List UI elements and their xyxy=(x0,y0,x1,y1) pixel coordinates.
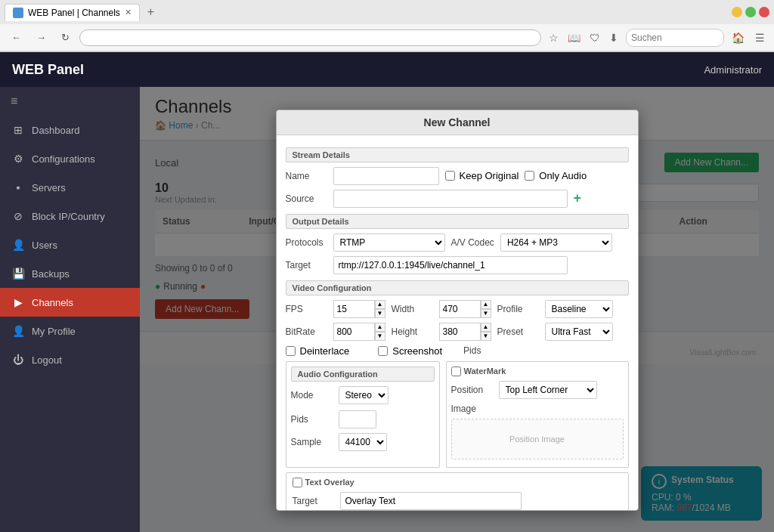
av-codec-select[interactable]: H264 + MP3 xyxy=(500,234,612,252)
fps-row: FPS ▲ ▼ Width ▲ xyxy=(286,300,629,318)
window-close-button[interactable] xyxy=(759,7,769,17)
modal-title: New Channel xyxy=(277,110,638,135)
browser-search-input[interactable] xyxy=(626,29,724,47)
sidebar-toggle-button[interactable]: ≡ xyxy=(0,87,140,116)
bitrate-down-button[interactable]: ▼ xyxy=(375,332,385,341)
name-input[interactable] xyxy=(333,167,439,185)
window-minimize-button[interactable] xyxy=(732,7,742,17)
bitrate-row: BitRate ▲ ▼ Height ▲ xyxy=(286,323,629,341)
my-profile-icon: 👤 xyxy=(12,325,24,337)
backups-icon: 💾 xyxy=(12,268,24,280)
sidebar-item-dashboard[interactable]: ⊞ Dashboard xyxy=(0,116,140,144)
back-button[interactable]: ← xyxy=(6,29,26,46)
deinterlace-checkbox[interactable] xyxy=(286,346,296,356)
wm-position-select[interactable]: Top Left Corner xyxy=(499,381,597,399)
protocols-select[interactable]: RTMP xyxy=(333,234,445,252)
fps-input[interactable] xyxy=(333,300,375,318)
wm-position-row: Position Top Left Corner xyxy=(451,381,624,399)
screenshot-checkbox[interactable] xyxy=(378,346,388,356)
sample-label: Sample xyxy=(291,437,333,447)
sidebar-item-label: Block IP/Country xyxy=(32,211,105,222)
audio-pids-input[interactable] xyxy=(339,410,376,428)
width-up-button[interactable]: ▲ xyxy=(481,300,491,309)
tab-favicon xyxy=(13,8,23,18)
shield-icon[interactable]: 🛡 xyxy=(587,30,603,45)
deinterlace-label: Deinterlace xyxy=(286,345,350,357)
keep-original-checkbox[interactable] xyxy=(445,171,455,181)
height-label: Height xyxy=(392,326,433,337)
height-up-button[interactable]: ▲ xyxy=(481,323,491,332)
wm-position-label: Position xyxy=(451,385,493,395)
add-source-button[interactable]: + xyxy=(574,190,582,206)
fps-down-button[interactable]: ▼ xyxy=(375,309,385,318)
sidebar-item-logout[interactable]: ⏻ Logout xyxy=(0,345,140,374)
refresh-button[interactable]: ↻ xyxy=(56,29,75,46)
width-down-button[interactable]: ▼ xyxy=(481,309,491,318)
window-maximize-button[interactable] xyxy=(745,7,756,17)
text-overlay-checkbox[interactable] xyxy=(293,478,302,487)
home-icon[interactable]: 🏠 xyxy=(729,30,748,45)
text-overlay-section: Text Overlay Target Size ▲ xyxy=(286,472,629,511)
profile-select[interactable]: Baseline xyxy=(545,300,613,318)
sidebar-item-users[interactable]: 👤 Users xyxy=(0,230,140,259)
browser-chrome: WEB Panel | Channels ✕ + ← → ↻ myserv.dy… xyxy=(0,0,774,52)
new-tab-button[interactable]: + xyxy=(143,5,159,19)
text-overlay-header-row: Text Overlay xyxy=(293,478,622,487)
target-input[interactable] xyxy=(333,256,568,274)
sidebar-item-backups[interactable]: 💾 Backups xyxy=(0,259,140,288)
servers-icon: ▪ xyxy=(12,181,24,193)
watermark-section: WaterMark Position Top Left Corner Image xyxy=(446,361,629,468)
sample-select[interactable]: 44100 xyxy=(339,433,387,451)
height-input[interactable] xyxy=(439,323,481,341)
admin-label: Administrator xyxy=(704,64,762,76)
reading-mode-icon[interactable]: 📖 xyxy=(565,30,584,45)
app-body: ≡ ⊞ Dashboard ⚙ Configurations ▪ Servers… xyxy=(0,87,774,532)
position-image-label: Position Image xyxy=(509,435,565,444)
preset-select[interactable]: Ultra Fast xyxy=(545,323,613,341)
browser-tab[interactable]: WEB Panel | Channels ✕ xyxy=(5,4,140,21)
source-row: Source + xyxy=(286,190,629,208)
address-bar[interactable]: myserv.dyndns.tv/webpanel/channels/ xyxy=(79,29,541,46)
height-down-button[interactable]: ▼ xyxy=(481,332,491,341)
tab-close-button[interactable]: ✕ xyxy=(125,8,132,17)
forward-button[interactable]: → xyxy=(31,29,51,46)
sample-row: Sample 44100 xyxy=(291,433,435,451)
only-audio-label: Only Audio xyxy=(525,170,587,181)
mode-label: Mode xyxy=(291,390,333,401)
protocols-label: Protocols xyxy=(286,237,327,248)
only-audio-checkbox[interactable] xyxy=(525,171,534,181)
sidebar-item-label: Servers xyxy=(32,182,66,193)
modal-body: Stream Details Name Keep Original Only A… xyxy=(277,135,638,511)
audio-config-section: Audio Configuration Mode Stereo Pids S xyxy=(286,361,440,468)
bookmark-star-icon[interactable]: ☆ xyxy=(546,30,562,45)
block-ip-icon: ⊘ xyxy=(12,210,24,222)
mode-select[interactable]: Stereo xyxy=(339,386,389,404)
preset-label: Preset xyxy=(497,326,539,337)
browser-toolbar-icons: ☆ 📖 🛡 ⬇ xyxy=(546,30,621,45)
video-config-header: Video Configuration xyxy=(286,280,629,295)
fps-up-button[interactable]: ▲ xyxy=(375,300,385,309)
sidebar-item-label: Dashboard xyxy=(32,125,80,136)
stream-details-header: Stream Details xyxy=(286,147,629,162)
width-input[interactable] xyxy=(439,300,481,318)
sidebar-item-servers[interactable]: ▪ Servers xyxy=(0,173,140,202)
bitrate-up-button[interactable]: ▲ xyxy=(375,323,385,332)
sidebar-item-block-ip[interactable]: ⊘ Block IP/Country xyxy=(0,202,140,230)
source-input[interactable] xyxy=(333,190,568,208)
audio-pids-label: Pids xyxy=(291,414,333,425)
watermark-checkbox[interactable] xyxy=(451,367,461,376)
to-target-input[interactable] xyxy=(340,492,522,510)
protocols-row: Protocols RTMP A/V Codec H264 + MP3 xyxy=(286,234,629,252)
browser-toolbar: ← → ↻ myserv.dyndns.tv/webpanel/channels… xyxy=(0,24,774,51)
bitrate-input[interactable] xyxy=(333,323,375,341)
sidebar-item-configurations[interactable]: ⚙ Configurations xyxy=(0,144,140,173)
sidebar-item-channels[interactable]: ▶ Channels xyxy=(0,288,140,317)
profile-label: Profile xyxy=(497,304,539,314)
sidebar-item-my-profile[interactable]: 👤 My Profile xyxy=(0,317,140,345)
browser-titlebar: WEB Panel | Channels ✕ + xyxy=(0,0,774,24)
sidebar-item-label: Logout xyxy=(32,354,62,366)
width-label: Width xyxy=(392,304,433,314)
app-header: WEB Panel Administrator xyxy=(0,52,774,87)
menu-icon[interactable]: ☰ xyxy=(752,30,768,45)
download-icon[interactable]: ⬇ xyxy=(606,30,621,45)
